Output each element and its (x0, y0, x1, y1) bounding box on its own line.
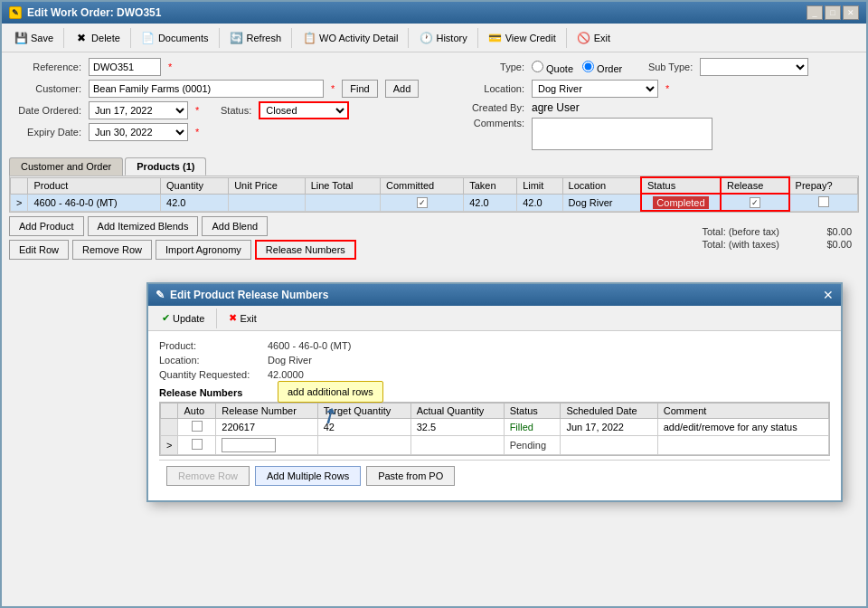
title-bar-controls: _ □ ✕ (807, 5, 859, 20)
auto-checkbox-2[interactable] (192, 439, 203, 450)
release-table: Auto Release Number Target Quantity Actu… (160, 403, 829, 455)
location-select[interactable]: Dog River (532, 80, 658, 98)
refresh-button[interactable]: 🔄 Refresh (223, 26, 288, 50)
delete-button[interactable]: ✖ Delete (68, 26, 127, 50)
documents-button[interactable]: 📄 Documents (135, 26, 215, 50)
cell-auto (178, 419, 216, 436)
add-blend-button[interactable]: Add Blend (202, 216, 268, 236)
expiry-date-select[interactable]: Jun 30, 2022 (89, 123, 188, 141)
col-taken: Taken (464, 177, 517, 194)
minimize-button[interactable]: _ (807, 5, 823, 20)
quote-radio-label[interactable]: Quote (532, 61, 573, 74)
location-label: Location: (452, 83, 524, 94)
history-icon: 🕐 (419, 31, 433, 45)
cell-status: Completed (641, 194, 721, 211)
separator (216, 309, 217, 328)
rth-auto: Auto (178, 404, 216, 419)
documents-icon: 📄 (141, 31, 156, 45)
release-table-row[interactable]: 220617 42 32.5 Filled Jun 17, 2022 add/e… (161, 419, 829, 436)
cell-unit-price (229, 194, 305, 211)
sub-type-select[interactable] (700, 58, 808, 76)
modal-add-multiple-rows-button[interactable]: Add Multiple Rows (255, 466, 361, 486)
order-radio[interactable] (582, 61, 594, 72)
release-checkbox[interactable] (750, 197, 760, 208)
modal-location-value: Dog River (268, 355, 312, 366)
view-credit-button[interactable]: 💳 View Credit (482, 26, 562, 50)
main-toolbar: 💾 Save ✖ Delete 📄 Documents 🔄 Refresh 📋 … (2, 24, 866, 52)
tab-products[interactable]: Products (1) (125, 157, 206, 176)
callout-area: add additional rows ➚ (278, 381, 383, 428)
add-button[interactable]: Add (385, 80, 420, 98)
release-table-row-2[interactable]: > Pending (161, 436, 829, 455)
history-button[interactable]: 🕐 History (412, 26, 473, 50)
cell-prepay (789, 194, 858, 211)
title-bar-left: ✎ Edit Work Order: DWO351 (9, 6, 161, 19)
modal-update-button[interactable]: ✔ Update (156, 309, 211, 328)
comments-textarea[interactable] (532, 118, 712, 150)
reference-input[interactable] (89, 58, 161, 76)
required-star4: * (195, 127, 199, 138)
comments-label: Comments: (452, 118, 524, 128)
reference-row: Reference: * (9, 58, 434, 76)
add-product-button[interactable]: Add Product (9, 216, 84, 236)
expiry-date-row: Expiry Date: Jun 30, 2022 * (9, 123, 434, 141)
wo-activity-icon: 📋 (302, 31, 316, 45)
status-select[interactable]: Closed (259, 101, 349, 119)
rth-indicator (161, 404, 178, 419)
committed-checkbox[interactable] (417, 197, 428, 208)
rth-scheduled-date: Scheduled Date (561, 404, 657, 419)
release-numbers-button[interactable]: Release Numbers (255, 240, 356, 260)
auto-checkbox[interactable] (192, 421, 203, 432)
separator (219, 28, 220, 48)
cell-taken: 42.0 (464, 194, 517, 211)
modal-location-row: Location: Dog River (159, 355, 830, 366)
modal-exit-button[interactable]: ✖ Exit (222, 309, 262, 328)
find-button[interactable]: Find (342, 80, 377, 98)
col-committed: Committed (381, 177, 464, 194)
status-pending-badge: Pending (510, 440, 546, 451)
cell-release (721, 194, 789, 211)
date-ordered-select[interactable]: Jun 17, 2022 (89, 101, 188, 119)
col-product: Product (28, 177, 161, 194)
modal-body: Product: 4600 - 46-0-0 (MT) Location: Do… (148, 331, 841, 500)
modal-icon: ✎ (156, 289, 165, 301)
cell-scheduled-date-2 (561, 436, 657, 455)
tab-customer-order[interactable]: Customer and Order (9, 157, 123, 176)
sub-type-label: Sub Type: (629, 62, 693, 72)
edit-row-button[interactable]: Edit Row (9, 240, 69, 260)
separator (566, 28, 567, 48)
modal-remove-row-button[interactable]: Remove Row (166, 466, 250, 486)
prepay-checkbox[interactable] (818, 196, 829, 207)
customer-label: Customer: (9, 83, 81, 94)
required-star: * (168, 62, 172, 72)
col-quantity: Quantity (161, 177, 229, 194)
cell-product: 4600 - 46-0-0 (MT) (28, 194, 161, 211)
modal-release-numbers: ✎ Edit Product Release Numbers ✕ ✔ Updat… (146, 282, 843, 502)
customer-input[interactable] (89, 80, 324, 98)
release-number-input[interactable] (222, 438, 276, 452)
exit-button[interactable]: 🚫 Exit (571, 26, 617, 50)
wo-activity-button[interactable]: 📋 WO Activity Detail (296, 26, 404, 50)
modal-title-bar: ✎ Edit Product Release Numbers ✕ (148, 284, 841, 306)
separator (130, 28, 131, 48)
modal-paste-from-po-button[interactable]: Paste from PO (366, 466, 455, 486)
close-button[interactable]: ✕ (843, 5, 859, 20)
modal-close-button[interactable]: ✕ (823, 289, 834, 301)
add-itemized-blends-button[interactable]: Add Itemized Blends (88, 216, 199, 236)
separator (477, 28, 478, 48)
import-agronomy-button[interactable]: Import Agronomy (156, 240, 251, 260)
save-button[interactable]: 💾 Save (7, 26, 60, 50)
created-by-label: Created By: (452, 102, 524, 113)
form-right: Type: Quote Order Sub Type: Location: Do… (434, 58, 859, 154)
maximize-button[interactable]: □ (825, 5, 841, 20)
remove-row-button[interactable]: Remove Row (72, 240, 152, 260)
quote-radio[interactable] (532, 61, 543, 72)
order-radio-label[interactable]: Order (582, 61, 622, 74)
status-badge: Completed (653, 196, 708, 209)
cell-line-total (305, 194, 380, 211)
window-icon: ✎ (9, 6, 22, 19)
col-prepay: Prepay? (789, 177, 858, 194)
required-star5: * (665, 83, 669, 94)
col-unit-price: Unit Price (229, 177, 305, 194)
table-row[interactable]: > 4600 - 46-0-0 (MT) 42.0 42.0 42.0 Dog … (11, 194, 858, 211)
